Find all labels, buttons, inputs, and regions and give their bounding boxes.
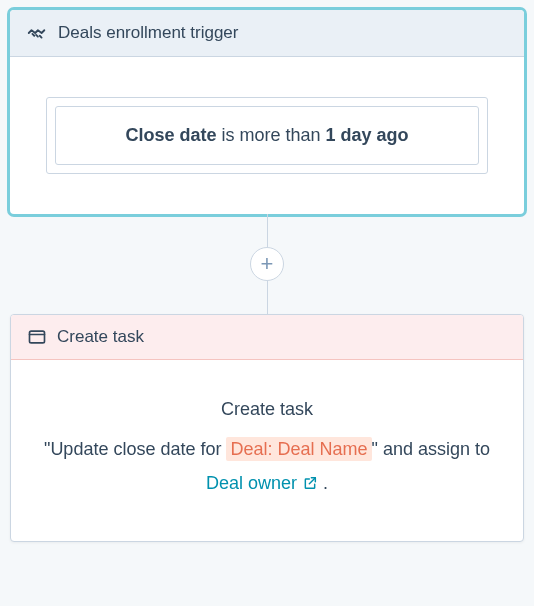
trigger-card-header: Deals enrollment trigger — [10, 10, 524, 57]
trigger-title: Deals enrollment trigger — [58, 23, 238, 43]
assignee-link[interactable]: Deal owner — [206, 473, 297, 493]
action-summary-heading: Create task — [41, 392, 493, 426]
connector-line — [267, 214, 268, 247]
criteria-group[interactable]: Close date is more than 1 day ago — [46, 97, 488, 174]
add-step-button[interactable]: + — [250, 247, 284, 281]
connector-line — [267, 281, 268, 314]
criteria-operator: is more than — [216, 125, 325, 145]
action-task-prefix: Update close date for — [50, 439, 226, 459]
connector: + — [10, 214, 524, 314]
svg-rect-0 — [30, 331, 45, 343]
criteria-property: Close date — [125, 125, 216, 145]
action-card[interactable]: Create task Create task "Update close da… — [10, 314, 524, 542]
trigger-card[interactable]: Deals enrollment trigger Close date is m… — [10, 10, 524, 214]
deal-name-token[interactable]: Deal: Deal Name — [226, 437, 371, 461]
external-link-icon[interactable] — [302, 475, 318, 491]
action-card-header: Create task — [11, 315, 523, 360]
handshake-icon — [26, 22, 48, 44]
plus-icon: + — [261, 253, 274, 275]
criteria-item[interactable]: Close date is more than 1 day ago — [55, 106, 479, 165]
action-period: . — [318, 473, 328, 493]
action-card-body: Create task "Update close date for Deal:… — [11, 360, 523, 541]
criteria-value: 1 day ago — [326, 125, 409, 145]
action-and-text: and assign to — [378, 439, 490, 459]
action-title: Create task — [57, 327, 144, 347]
task-icon — [27, 327, 47, 347]
trigger-card-body: Close date is more than 1 day ago — [10, 57, 524, 214]
